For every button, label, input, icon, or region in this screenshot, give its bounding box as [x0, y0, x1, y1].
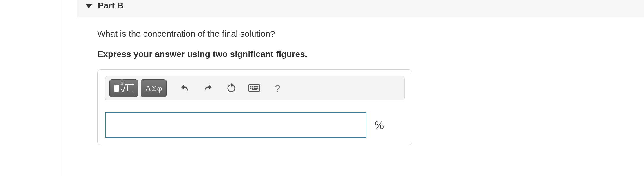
undo-button[interactable] — [175, 79, 195, 97]
reset-button[interactable] — [221, 79, 241, 97]
collapse-triangle-icon — [86, 4, 92, 8]
undo-icon — [180, 83, 190, 94]
answer-toolbar: □□ ΑΣφ — [105, 76, 405, 100]
svg-point-3 — [254, 86, 255, 87]
svg-point-1 — [250, 86, 251, 87]
greek-symbols-button[interactable]: ΑΣφ — [141, 79, 167, 97]
reset-icon — [226, 83, 236, 94]
math-template-icon: □□ — [114, 83, 133, 93]
answer-box: □□ ΑΣφ — [97, 69, 412, 145]
redo-icon — [203, 83, 213, 94]
answer-unit: % — [374, 118, 384, 132]
svg-rect-11 — [252, 89, 257, 90]
svg-point-5 — [257, 86, 258, 87]
math-templates-button[interactable]: □□ — [109, 79, 138, 97]
redo-button[interactable] — [198, 79, 218, 97]
answer-input-row: % — [105, 112, 405, 138]
svg-point-9 — [256, 88, 257, 89]
answer-input[interactable] — [105, 112, 366, 138]
question-prompt: What is the concentration of the final s… — [97, 29, 624, 39]
svg-point-8 — [254, 88, 255, 89]
question-instruction: Express your answer using two significan… — [97, 49, 624, 59]
part-body: What is the concentration of the final s… — [77, 17, 644, 145]
svg-point-6 — [250, 88, 251, 89]
help-button[interactable]: ? — [267, 79, 288, 97]
keyboard-button[interactable] — [244, 79, 264, 97]
left-divider — [62, 0, 62, 176]
page: Part B What is the concentration of the … — [0, 0, 644, 176]
svg-point-4 — [256, 86, 257, 87]
content: Part B What is the concentration of the … — [77, 0, 644, 145]
keyboard-icon — [248, 84, 260, 92]
svg-point-2 — [252, 86, 253, 87]
svg-point-10 — [257, 88, 258, 89]
help-icon: ? — [275, 83, 280, 94]
part-header[interactable]: Part B — [77, 0, 644, 17]
part-title: Part B — [98, 1, 123, 10]
greek-icon: ΑΣφ — [145, 83, 162, 93]
svg-point-7 — [252, 88, 253, 89]
